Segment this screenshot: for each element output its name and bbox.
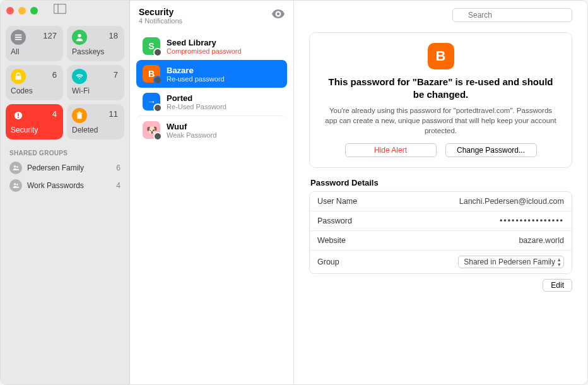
site-icon: S [143, 37, 160, 55]
tile-label: Codes [11, 86, 58, 95]
security-alert-card: B This password for "Bazare" is re-used … [309, 32, 572, 168]
person-icon [72, 30, 87, 45]
sidebar-tile-security[interactable]: Security4 [6, 104, 63, 139]
tile-count: 4 [52, 109, 57, 119]
sidebar-tile-passkeys[interactable]: Passkeys18 [67, 26, 124, 61]
change-password-button[interactable]: Change Password... [445, 143, 537, 157]
tile-label: Security [11, 126, 58, 134]
sidebar-tile-codes[interactable]: Codes6 [6, 65, 63, 100]
security-item-row[interactable]: BBazareRe-used password [136, 60, 287, 88]
svg-rect-9 [18, 117, 19, 118]
shared-groups-header: SHARED GROUPS [1, 146, 129, 159]
hide-alert-button[interactable]: Hide Alert [345, 143, 437, 157]
shared-badge-icon [153, 48, 162, 57]
sidebar-tile-all[interactable]: All127 [6, 26, 63, 61]
svg-rect-3 [15, 37, 22, 38]
wifi-icon [72, 69, 87, 84]
tile-label: Wi-Fi [72, 86, 119, 95]
tile-label: Passkeys [72, 47, 119, 56]
show-passwords-icon[interactable] [272, 9, 285, 21]
shared-badge-icon [153, 76, 162, 85]
svg-point-15 [14, 183, 16, 185]
group-label: Pedersen Family [27, 163, 111, 172]
svg-rect-8 [18, 114, 19, 116]
tile-label: All [11, 47, 58, 56]
svg-rect-6 [16, 76, 21, 80]
item-title: Ported [167, 93, 281, 103]
chevron-updown-icon: ▴▾ [558, 257, 561, 267]
pane-title: Security [139, 7, 272, 17]
sidebar-tile-wi-fi[interactable]: Wi-Fi7 [67, 65, 124, 100]
svg-point-5 [78, 34, 81, 37]
search-input[interactable] [452, 8, 572, 22]
site-icon: 🐶 [143, 121, 160, 139]
sidebar-tile-deleted[interactable]: Deleted11 [67, 104, 124, 139]
shared-badge-icon [153, 104, 162, 112]
website-label: Website [317, 236, 393, 245]
password-value[interactable]: •••••••••••••••• [393, 216, 564, 225]
sidebar-toggle-icon[interactable] [54, 4, 66, 17]
alert-body: You're already using this password for "… [322, 105, 559, 136]
item-subtitle: Re-used password [167, 75, 281, 83]
tile-count: 18 [109, 31, 118, 40]
group-select-value: Shared in Pedersen Family [464, 258, 555, 266]
alert-app-icon: B [428, 43, 454, 69]
item-subtitle: Compromised password [167, 47, 281, 55]
detail-pane: B This password for "Bazare" is re-used … [294, 1, 587, 384]
item-subtitle: Weak Password [167, 131, 281, 139]
svg-point-13 [14, 165, 16, 167]
lock-icon [11, 69, 26, 84]
svg-rect-2 [15, 35, 22, 36]
item-title: Wuuf [167, 122, 281, 131]
pane-subtitle: 4 Notifications [139, 17, 272, 25]
window-minimize[interactable] [18, 7, 26, 15]
tile-count: 7 [114, 70, 118, 80]
alert-icon [11, 108, 26, 123]
edit-button[interactable]: Edit [543, 279, 572, 292]
site-icon: B [143, 65, 160, 83]
item-title: Bazare [167, 66, 281, 75]
group-select[interactable]: Shared in Pedersen Family ▴▾ [458, 256, 564, 268]
security-item-row[interactable]: 🐶WuufWeak Password [136, 116, 287, 144]
svg-rect-10 [78, 114, 82, 119]
group-count: 6 [116, 163, 121, 172]
password-details-title: Password Details [309, 178, 572, 191]
username-label: User Name [317, 197, 393, 206]
password-details-table: User Name Lanchi.Pedersen@icloud.com Pas… [309, 191, 572, 274]
window-zoom[interactable] [30, 7, 38, 15]
site-icon: → [143, 93, 160, 110]
tile-count: 127 [43, 31, 57, 40]
item-title: Seed Library [167, 38, 281, 47]
sidebar: All127Passkeys18Codes6Wi-Fi7Security4Del… [1, 1, 130, 384]
group-icon [9, 162, 22, 174]
svg-rect-11 [77, 113, 83, 114]
svg-point-17 [277, 13, 279, 15]
alert-title: This password for "Bazare" is re-used an… [322, 76, 559, 102]
group-count: 4 [116, 181, 121, 190]
group-label: Work Passwords [27, 181, 111, 190]
svg-rect-12 [78, 112, 81, 113]
username-value[interactable]: Lanchi.Pedersen@icloud.com [393, 197, 564, 206]
item-subtitle: Re-Used Password [167, 103, 281, 110]
svg-rect-0 [54, 4, 66, 14]
tile-label: Deleted [72, 126, 119, 134]
security-list-pane: Security 4 Notifications SSeed LibraryCo… [130, 1, 294, 384]
security-item-row[interactable]: SSeed LibraryCompromised password [136, 32, 287, 60]
tile-count: 11 [109, 109, 118, 119]
shared-group-row[interactable]: Pedersen Family6 [1, 159, 129, 177]
window-close[interactable] [6, 7, 14, 15]
group-label: Group [317, 258, 393, 266]
shared-badge-icon [153, 132, 162, 141]
list-icon [11, 30, 26, 45]
svg-point-14 [16, 166, 18, 168]
group-icon [9, 179, 22, 192]
password-label: Password [317, 216, 393, 225]
svg-point-16 [16, 184, 18, 186]
shared-group-row[interactable]: Work Passwords4 [1, 177, 129, 194]
tile-count: 6 [52, 70, 57, 80]
website-value[interactable]: bazare.world [393, 236, 564, 245]
security-item-row[interactable]: →PortedRe-Used Password [136, 88, 287, 116]
trash-icon [72, 108, 87, 123]
svg-rect-4 [15, 39, 22, 40]
